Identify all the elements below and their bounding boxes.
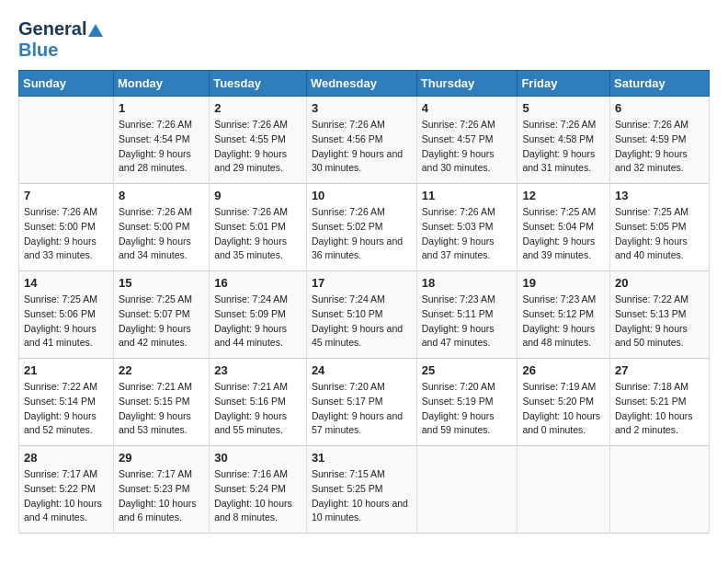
day-number: 8 (119, 189, 204, 202)
day-info: Sunrise: 7:23 AMSunset: 5:12 PMDaylight:… (522, 293, 605, 350)
calendar-cell (609, 446, 709, 534)
day-info: Sunrise: 7:26 AMSunset: 4:59 PMDaylight:… (615, 118, 704, 176)
calendar-cell: 16Sunrise: 7:24 AMSunset: 5:09 PMDayligh… (210, 271, 307, 359)
day-info: Sunrise: 7:26 AMSunset: 4:55 PMDaylight:… (214, 118, 301, 176)
day-info: Sunrise: 7:20 AMSunset: 5:17 PMDaylight:… (312, 380, 412, 438)
day-of-week-header: Wednesday (306, 71, 416, 97)
logo-container: General Blue (18, 18, 103, 61)
logo-general: General (18, 18, 103, 40)
calendar-cell: 9Sunrise: 7:26 AMSunset: 5:01 PMDaylight… (210, 184, 307, 271)
day-info: Sunrise: 7:25 AMSunset: 5:05 PMDaylight:… (615, 205, 704, 263)
logo-text-block: General Blue (18, 18, 103, 61)
day-info: Sunrise: 7:26 AMSunset: 5:02 PMDaylight:… (312, 205, 412, 263)
day-of-week-header: Tuesday (210, 71, 307, 97)
day-number: 18 (422, 276, 513, 290)
calendar-cell: 20Sunrise: 7:22 AMSunset: 5:13 PMDayligh… (609, 271, 709, 359)
calendar-cell (19, 97, 114, 184)
day-info: Sunrise: 7:26 AMSunset: 5:01 PMDaylight:… (214, 205, 301, 263)
calendar-week-row: 21Sunrise: 7:22 AMSunset: 5:14 PMDayligh… (19, 359, 710, 446)
day-number: 14 (24, 276, 108, 290)
day-info: Sunrise: 7:26 AMSunset: 4:57 PMDaylight:… (422, 118, 513, 176)
day-number: 1 (119, 101, 204, 115)
day-number: 4 (422, 101, 513, 115)
logo-blue: Blue (18, 40, 103, 61)
calendar-cell: 13Sunrise: 7:25 AMSunset: 5:05 PMDayligh… (609, 184, 709, 271)
calendar-cell (518, 446, 610, 534)
calendar-cell: 25Sunrise: 7:20 AMSunset: 5:19 PMDayligh… (416, 359, 518, 446)
day-info: Sunrise: 7:26 AMSunset: 4:58 PMDaylight:… (522, 118, 605, 176)
day-number: 11 (422, 189, 513, 202)
day-of-week-header: Thursday (416, 71, 518, 97)
calendar-cell: 21Sunrise: 7:22 AMSunset: 5:14 PMDayligh… (19, 359, 114, 446)
day-number: 19 (522, 276, 605, 290)
logo: General Blue (18, 18, 103, 61)
calendar-body: 1Sunrise: 7:26 AMSunset: 4:54 PMDaylight… (19, 97, 710, 534)
day-info: Sunrise: 7:20 AMSunset: 5:19 PMDaylight:… (422, 380, 513, 438)
calendar-cell: 19Sunrise: 7:23 AMSunset: 5:12 PMDayligh… (518, 271, 610, 359)
calendar-page: General Blue SundayMondayTuesdayWednesda… (0, 0, 728, 543)
day-info: Sunrise: 7:16 AMSunset: 5:24 PMDaylight:… (214, 467, 301, 525)
day-number: 7 (24, 189, 108, 202)
calendar-cell: 10Sunrise: 7:26 AMSunset: 5:02 PMDayligh… (306, 184, 416, 271)
day-number: 30 (214, 451, 301, 465)
calendar-cell: 27Sunrise: 7:18 AMSunset: 5:21 PMDayligh… (609, 359, 709, 446)
calendar-cell: 30Sunrise: 7:16 AMSunset: 5:24 PMDayligh… (210, 446, 307, 534)
day-number: 26 (522, 363, 605, 377)
day-info: Sunrise: 7:19 AMSunset: 5:20 PMDaylight:… (522, 380, 605, 438)
day-number: 21 (24, 363, 108, 377)
calendar-cell: 15Sunrise: 7:25 AMSunset: 5:07 PMDayligh… (113, 271, 209, 359)
day-number: 6 (615, 101, 704, 115)
day-number: 31 (312, 451, 412, 465)
day-number: 17 (312, 276, 412, 290)
calendar-cell: 31Sunrise: 7:15 AMSunset: 5:25 PMDayligh… (306, 446, 416, 534)
calendar-cell: 12Sunrise: 7:25 AMSunset: 5:04 PMDayligh… (518, 184, 610, 271)
day-info: Sunrise: 7:25 AMSunset: 5:04 PMDaylight:… (522, 205, 605, 263)
day-number: 13 (615, 189, 704, 202)
calendar-cell: 24Sunrise: 7:20 AMSunset: 5:17 PMDayligh… (306, 359, 416, 446)
calendar-cell: 11Sunrise: 7:26 AMSunset: 5:03 PMDayligh… (416, 184, 518, 271)
calendar-cell: 22Sunrise: 7:21 AMSunset: 5:15 PMDayligh… (113, 359, 209, 446)
day-of-week-header: Saturday (609, 71, 709, 97)
calendar-cell: 4Sunrise: 7:26 AMSunset: 4:57 PMDaylight… (416, 97, 518, 184)
day-number: 3 (312, 101, 412, 115)
day-info: Sunrise: 7:21 AMSunset: 5:16 PMDaylight:… (214, 380, 301, 438)
day-info: Sunrise: 7:25 AMSunset: 5:06 PMDaylight:… (24, 293, 108, 350)
page-header: General Blue (18, 18, 710, 61)
day-number: 28 (24, 451, 108, 465)
day-number: 25 (422, 363, 513, 377)
day-number: 27 (615, 363, 704, 377)
calendar-week-row: 14Sunrise: 7:25 AMSunset: 5:06 PMDayligh… (19, 271, 710, 359)
day-info: Sunrise: 7:21 AMSunset: 5:15 PMDaylight:… (119, 380, 204, 438)
day-number: 22 (119, 363, 204, 377)
day-info: Sunrise: 7:18 AMSunset: 5:21 PMDaylight:… (615, 380, 704, 438)
day-number: 5 (522, 101, 605, 115)
calendar-cell: 6Sunrise: 7:26 AMSunset: 4:59 PMDaylight… (609, 97, 709, 184)
day-number: 12 (522, 189, 605, 202)
calendar-cell: 26Sunrise: 7:19 AMSunset: 5:20 PMDayligh… (518, 359, 610, 446)
calendar-cell: 1Sunrise: 7:26 AMSunset: 4:54 PMDaylight… (113, 97, 209, 184)
day-info: Sunrise: 7:23 AMSunset: 5:11 PMDaylight:… (422, 293, 513, 350)
calendar-cell: 28Sunrise: 7:17 AMSunset: 5:22 PMDayligh… (19, 446, 114, 534)
calendar-cell: 2Sunrise: 7:26 AMSunset: 4:55 PMDaylight… (210, 97, 307, 184)
day-of-week-header: Friday (518, 71, 610, 97)
calendar-cell: 8Sunrise: 7:26 AMSunset: 5:00 PMDaylight… (113, 184, 209, 271)
calendar-cell: 3Sunrise: 7:26 AMSunset: 4:56 PMDaylight… (306, 97, 416, 184)
day-info: Sunrise: 7:22 AMSunset: 5:14 PMDaylight:… (24, 380, 108, 438)
day-info: Sunrise: 7:26 AMSunset: 4:54 PMDaylight:… (119, 118, 204, 176)
calendar-cell: 7Sunrise: 7:26 AMSunset: 5:00 PMDaylight… (19, 184, 114, 271)
day-info: Sunrise: 7:17 AMSunset: 5:23 PMDaylight:… (119, 467, 204, 525)
day-number: 16 (214, 276, 301, 290)
day-info: Sunrise: 7:26 AMSunset: 5:00 PMDaylight:… (24, 205, 108, 263)
day-number: 2 (214, 101, 301, 115)
calendar-cell: 5Sunrise: 7:26 AMSunset: 4:58 PMDaylight… (518, 97, 610, 184)
day-number: 9 (214, 189, 301, 202)
day-number: 24 (312, 363, 412, 377)
day-info: Sunrise: 7:24 AMSunset: 5:10 PMDaylight:… (312, 293, 412, 350)
day-number: 20 (615, 276, 704, 290)
calendar-week-row: 7Sunrise: 7:26 AMSunset: 5:00 PMDaylight… (19, 184, 710, 271)
calendar-cell: 29Sunrise: 7:17 AMSunset: 5:23 PMDayligh… (113, 446, 209, 534)
day-info: Sunrise: 7:26 AMSunset: 5:03 PMDaylight:… (422, 205, 513, 263)
logo-triangle-icon (88, 24, 103, 37)
calendar-cell: 17Sunrise: 7:24 AMSunset: 5:10 PMDayligh… (306, 271, 416, 359)
day-of-week-header: Sunday (19, 71, 114, 97)
